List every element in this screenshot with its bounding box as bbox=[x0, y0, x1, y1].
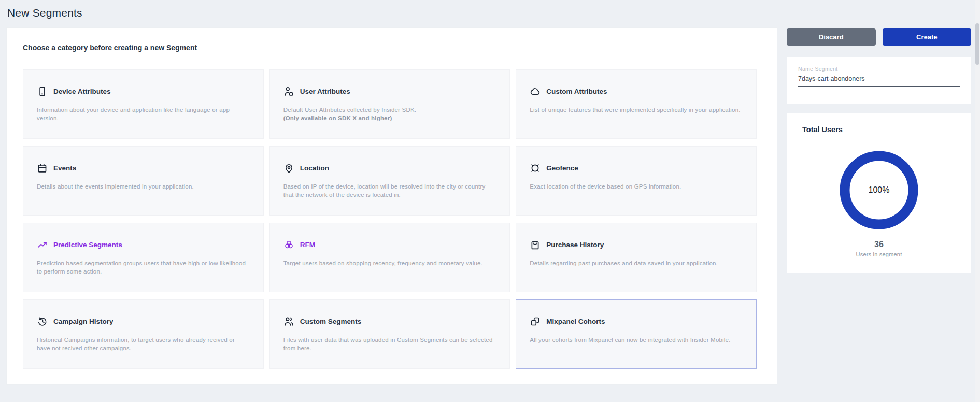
category-desc: Details regarding past purchases and dat… bbox=[530, 259, 743, 267]
category-desc: Exact location of the device based on GP… bbox=[530, 182, 743, 191]
geofence-target-icon bbox=[530, 163, 541, 174]
smartphone-icon bbox=[37, 86, 48, 97]
trending-up-icon bbox=[37, 239, 48, 250]
category-desc: Information about your device and applic… bbox=[37, 106, 250, 122]
users-donut-chart: 100% bbox=[836, 147, 922, 233]
donut-percent-label: 100% bbox=[836, 147, 922, 233]
category-label: Events bbox=[53, 164, 76, 172]
category-desc: Files with user data that was uploaded i… bbox=[283, 336, 496, 352]
panel-heading: Choose a category before creating a new … bbox=[23, 44, 197, 52]
category-label: Custom Segments bbox=[300, 318, 362, 325]
category-grid: Device Attributes Information about your… bbox=[23, 69, 757, 369]
calendar-icon bbox=[37, 163, 48, 174]
category-label: Mixpanel Cohorts bbox=[546, 318, 605, 325]
category-card-rfm[interactable]: RFM Target users based on shopping recen… bbox=[269, 223, 510, 292]
category-card-purchase-history[interactable]: Purchase History Details regarding past … bbox=[516, 223, 757, 292]
category-label: Purchase History bbox=[546, 241, 604, 249]
category-card-predictive-segments[interactable]: Predictive Segments Prediction based seg… bbox=[23, 223, 264, 292]
shopping-bag-icon bbox=[530, 239, 541, 250]
category-desc: List of unique features that were implem… bbox=[530, 106, 743, 114]
category-desc: Default User Attributes collected by Ins… bbox=[283, 106, 496, 114]
category-desc: Target users based on shopping recency, … bbox=[283, 259, 496, 267]
total-users-card: Total Users 100% 36 Users in segment bbox=[787, 113, 971, 273]
action-buttons: Discard Create bbox=[787, 28, 971, 46]
category-label: Geofence bbox=[546, 164, 578, 172]
category-label: Campaign History bbox=[53, 318, 113, 325]
name-segment-card: Name Segment bbox=[787, 57, 971, 104]
name-segment-input[interactable] bbox=[798, 74, 960, 87]
category-desc: Prediction based segmentation groups use… bbox=[37, 259, 250, 276]
category-desc: Details about the events implemented in … bbox=[37, 182, 250, 191]
category-panel: Choose a category before creating a new … bbox=[6, 27, 777, 385]
category-label: Predictive Segments bbox=[53, 241, 122, 249]
venn-circles-icon bbox=[283, 239, 294, 250]
users-icon bbox=[283, 316, 294, 327]
users-count: 36 bbox=[787, 240, 971, 249]
category-card-user-attributes[interactable]: User Attributes Default User Attributes … bbox=[269, 69, 510, 139]
category-desc: All your cohorts from Mixpanel can now b… bbox=[530, 336, 743, 344]
category-desc: Historical Campaigns information, to tar… bbox=[37, 336, 250, 352]
map-pin-icon bbox=[283, 163, 294, 174]
category-card-events[interactable]: Events Details about the events implemen… bbox=[23, 146, 264, 216]
users-caption: Users in segment bbox=[787, 251, 971, 257]
category-card-custom-segments[interactable]: Custom Segments Files with user data tha… bbox=[269, 299, 510, 369]
discard-button[interactable]: Discard bbox=[787, 28, 876, 46]
category-card-custom-attributes[interactable]: Custom Attributes List of unique feature… bbox=[516, 69, 757, 139]
category-desc: Based on IP of the device, location will… bbox=[283, 182, 496, 199]
transfer-squares-icon bbox=[530, 316, 541, 327]
category-card-geofence[interactable]: Geofence Exact location of the device ba… bbox=[516, 146, 757, 216]
scrollbar-thumb[interactable] bbox=[975, 23, 979, 65]
category-label: Location bbox=[300, 164, 329, 172]
page-title: New Segments bbox=[7, 7, 82, 19]
create-button[interactable]: Create bbox=[883, 28, 972, 46]
category-label: Custom Attributes bbox=[546, 88, 607, 95]
category-card-device-attributes[interactable]: Device Attributes Information about your… bbox=[23, 69, 264, 139]
category-card-campaign-history[interactable]: Campaign History Historical Campaigns in… bbox=[23, 299, 264, 369]
name-segment-label: Name Segment bbox=[798, 66, 838, 72]
category-desc-note: (Only available on SDK X and higher) bbox=[283, 114, 496, 122]
total-users-title: Total Users bbox=[802, 125, 843, 134]
scrollbar[interactable] bbox=[975, 0, 980, 402]
category-card-mixpanel-cohorts[interactable]: Mixpanel Cohorts All your cohorts from M… bbox=[516, 299, 757, 369]
history-clock-icon bbox=[37, 316, 48, 327]
category-label: User Attributes bbox=[300, 88, 350, 95]
category-label: RFM bbox=[300, 241, 315, 249]
user-card-icon bbox=[283, 86, 294, 97]
category-card-location[interactable]: Location Based on IP of the device, loca… bbox=[269, 146, 510, 216]
category-label: Device Attributes bbox=[53, 88, 111, 95]
cloud-icon bbox=[530, 86, 541, 97]
